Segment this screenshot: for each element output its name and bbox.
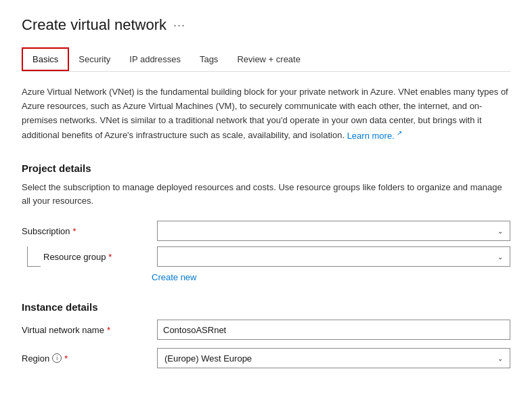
region-dropdown[interactable]: (Europe) West Europe ⌄: [157, 348, 510, 368]
instance-details-section: Instance details Virtual network name * …: [22, 301, 510, 368]
learn-more-link[interactable]: Learn more. ↗: [347, 131, 403, 141]
rg-chevron-icon: ⌄: [497, 253, 503, 261]
resource-group-row: Resource group * ⌄: [22, 246, 510, 267]
subscription-label: Subscription *: [22, 226, 157, 236]
vnet-name-label: Virtual network name *: [22, 325, 157, 335]
more-options-icon[interactable]: ···: [173, 18, 185, 32]
region-required-star: *: [64, 353, 68, 364]
project-details-desc: Select the subscription to manage deploy…: [22, 181, 510, 209]
create-new-link[interactable]: Create new: [152, 272, 196, 282]
vnet-name-control: [157, 320, 510, 340]
create-new-row: Create new: [22, 269, 510, 282]
project-details-title: Project details: [22, 162, 510, 174]
vnet-name-row: Virtual network name *: [22, 320, 510, 340]
subscription-dropdown[interactable]: ⌄: [157, 221, 510, 241]
subscription-chevron-icon: ⌄: [497, 227, 503, 235]
rg-connector-lines: [27, 246, 41, 267]
region-chevron-icon: ⌄: [497, 355, 503, 362]
tab-ip-addresses[interactable]: IP addresses: [120, 49, 190, 70]
region-value: (Europe) West Europe: [164, 353, 252, 364]
resource-group-label: Resource group *: [43, 252, 112, 262]
vnet-name-required-star: *: [107, 325, 110, 335]
tab-tags[interactable]: Tags: [190, 49, 227, 70]
resource-group-label-area: Resource group *: [22, 246, 157, 267]
page-header: Create virtual network ···: [22, 16, 510, 34]
external-link-icon: ↗: [397, 129, 402, 136]
subscription-control: ⌄: [157, 221, 510, 241]
region-label-area: Region i *: [22, 353, 157, 364]
vnet-description: Azure Virtual Network (VNet) is the fund…: [22, 85, 510, 144]
instance-details-title: Instance details: [22, 301, 510, 313]
tab-security[interactable]: Security: [69, 49, 120, 70]
subscription-row: Subscription * ⌄: [22, 221, 510, 241]
project-details-section: Project details Select the subscription …: [22, 162, 510, 283]
vnet-name-input[interactable]: [157, 320, 510, 340]
resource-group-dropdown[interactable]: ⌄: [157, 246, 510, 267]
tab-review-create[interactable]: Review + create: [227, 49, 310, 70]
region-row: Region i * (Europe) West Europe ⌄: [22, 348, 510, 368]
page-title: Create virtual network: [22, 16, 167, 34]
region-info-icon[interactable]: i: [52, 353, 62, 363]
rg-required-star: *: [108, 252, 112, 262]
subscription-required-star: *: [73, 226, 76, 236]
tab-bar: Basics Security IP addresses Tags Review…: [22, 47, 510, 72]
resource-group-control: ⌄: [157, 246, 510, 267]
tab-basics[interactable]: Basics: [22, 47, 69, 71]
region-control: (Europe) West Europe ⌄: [157, 348, 510, 368]
